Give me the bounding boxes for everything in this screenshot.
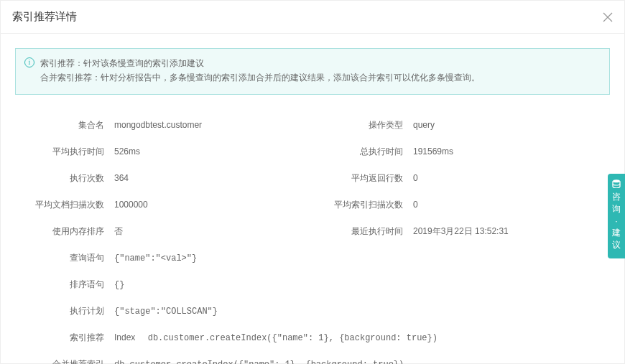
close-icon[interactable] — [603, 12, 613, 22]
fields: 集合名 mongodbtest.customer 操作类型 query 平均执行… — [15, 119, 610, 364]
side-tab-text: 咨询·建议 — [608, 191, 625, 251]
field-cell: 平均执行时间 526ms — [15, 146, 312, 158]
index-code: db.customer.createIndex({"name": 1}, {ba… — [148, 333, 438, 343]
field-label: 索引推荐 — [15, 332, 114, 344]
field-row: 索引推荐 Index db.customer.createIndex({"nam… — [15, 332, 610, 344]
field-row: 执行计划 {"stage":"COLLSCAN"} — [15, 305, 610, 317]
field-value: 191569ms — [413, 146, 453, 157]
field-cell: 使用内存排序 否 — [15, 225, 312, 238]
field-label: 平均索引扫描次数 — [312, 199, 413, 211]
field-value: 0 — [413, 200, 418, 210]
info-text: 索引推荐：针对该条慢查询的索引添加建议 合并索引推荐：针对分析报告中，多条慢查询… — [40, 56, 480, 85]
feedback-side-tab[interactable]: 咨询·建议 — [608, 174, 625, 258]
field-cell: 平均索引扫描次数 0 — [312, 199, 610, 211]
field-cell: 操作类型 query — [312, 119, 610, 131]
field-value: 2019年3月22日 13:52:31 — [413, 225, 509, 238]
field-value: 364 — [114, 173, 129, 183]
field-label: 平均文档扫描次数 — [15, 199, 114, 211]
field-cell: 最近执行时间 2019年3月22日 13:52:31 — [312, 225, 610, 238]
field-cell: 总执行时间 191569ms — [312, 146, 610, 158]
field-label: 使用内存排序 — [15, 225, 114, 238]
field-value: 1000000 — [114, 200, 148, 210]
field-cell: 平均返回行数 0 — [312, 172, 610, 185]
info-banner: i 索引推荐：针对该条慢查询的索引添加建议 合并索引推荐：针对分析报告中，多条慢… — [15, 48, 610, 95]
field-label: 执行次数 — [15, 172, 114, 185]
index-recommendation-modal: 索引推荐详情 i 索引推荐：针对该条慢查询的索引添加建议 合并索引推荐：针对分析… — [0, 0, 625, 364]
field-row: 查询语句 {"name":"<val>"} — [15, 252, 610, 264]
info-line-2: 合并索引推荐：针对分析报告中，多条慢查询的索引添加合并后的建议结果，添加该合并索… — [40, 70, 480, 85]
info-icon: i — [24, 57, 34, 67]
field-value: {"name":"<val>"} — [114, 253, 197, 263]
field-label: 执行计划 — [15, 305, 114, 317]
svg-point-2 — [613, 179, 620, 182]
field-value: 0 — [413, 173, 418, 183]
field-value: Index db.customer.createIndex({"name": 1… — [114, 332, 438, 343]
modal-title: 索引推荐详情 — [12, 10, 77, 24]
field-label: 查询语句 — [15, 252, 114, 264]
field-row: 平均执行时间 526ms 总执行时间 191569ms — [15, 146, 610, 158]
field-label: 操作类型 — [312, 119, 413, 131]
field-value: 526ms — [114, 146, 140, 157]
field-value: db.customer.createIndex({"name": 1}, {ba… — [114, 360, 404, 364]
field-label: 合并推荐索引 — [15, 358, 114, 364]
field-value: mongodbtest.customer — [114, 120, 202, 130]
field-row: 合并推荐索引 db.customer.createIndex({"name": … — [15, 358, 610, 364]
field-label: 集合名 — [15, 119, 114, 131]
field-row: 执行次数 364 平均返回行数 0 — [15, 172, 610, 185]
modal-header: 索引推荐详情 — [1, 1, 624, 34]
field-label: 总执行时间 — [312, 146, 413, 158]
info-line-1: 索引推荐：针对该条慢查询的索引添加建议 — [40, 56, 480, 70]
field-cell: 集合名 mongodbtest.customer — [15, 119, 312, 131]
field-value: {} — [114, 280, 124, 290]
field-value: query — [413, 120, 435, 130]
field-row: 集合名 mongodbtest.customer 操作类型 query — [15, 119, 610, 131]
modal-body: i 索引推荐：针对该条慢查询的索引添加建议 合并索引推荐：针对分析报告中，多条慢… — [1, 34, 624, 364]
field-label: 平均返回行数 — [312, 172, 413, 185]
field-row: 排序语句 {} — [15, 279, 610, 291]
field-cell: 执行次数 364 — [15, 172, 312, 185]
database-icon — [611, 179, 621, 188]
field-row: 平均文档扫描次数 1000000 平均索引扫描次数 0 — [15, 199, 610, 211]
field-cell: 平均文档扫描次数 1000000 — [15, 199, 312, 211]
field-value: {"stage":"COLLSCAN"} — [114, 307, 218, 317]
field-label: 排序语句 — [15, 279, 114, 291]
index-prefix: Index — [114, 332, 145, 342]
field-row: 使用内存排序 否 最近执行时间 2019年3月22日 13:52:31 — [15, 225, 610, 238]
field-label: 平均执行时间 — [15, 146, 114, 158]
field-value: 否 — [114, 225, 123, 238]
field-label: 最近执行时间 — [312, 225, 413, 238]
